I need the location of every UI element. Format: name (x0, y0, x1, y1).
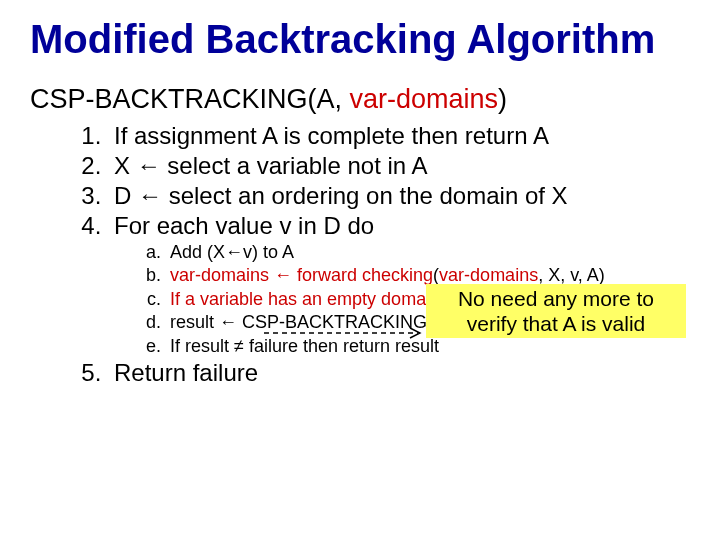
step2-pre: X (114, 152, 137, 179)
sub-b-red1: var-domains ← forward checking (170, 265, 433, 285)
callout-line2: verify that A is valid (467, 312, 646, 335)
callout-note: No need any more to verify that A is val… (426, 284, 686, 338)
fn-name: CSP-BACKTRACKING(A, (30, 84, 350, 114)
left-arrow-icon: ← (219, 311, 237, 334)
step-2: X ← select a variable not in A (108, 151, 690, 181)
sub-b-tail: , X, v, A) (538, 265, 605, 285)
sub-d-pre: result (170, 312, 219, 332)
fn-close: ) (498, 84, 507, 114)
step2-post: select a variable not in A (161, 152, 428, 179)
callout-line1: No need any more to (458, 287, 654, 310)
function-signature: CSP-BACKTRACKING(A, var-domains) (30, 84, 690, 115)
fn-arg-red: var-domains (350, 84, 499, 114)
left-arrow-icon: ← (138, 181, 162, 211)
step4-text: For each value v in D do (114, 212, 374, 239)
left-arrow-icon: ← (137, 151, 161, 181)
step-5: Return failure (108, 358, 690, 388)
sub-a-post: v) to A (243, 242, 294, 262)
left-arrow-icon: ← (225, 241, 243, 264)
substep-a: Add (X←v) to A (166, 241, 690, 264)
step-3: D ← select an ordering on the domain of … (108, 181, 690, 211)
step3-pre: D (114, 182, 138, 209)
dashed-arrow-icon (262, 326, 430, 340)
step3-post: select an ordering on the domain of X (162, 182, 568, 209)
step-1: If assignment A is complete then return … (108, 121, 690, 151)
slide-title: Modified Backtracking Algorithm (30, 18, 690, 60)
sub-a-pre: Add (X (170, 242, 225, 262)
steps-list: If assignment A is complete then return … (108, 121, 690, 388)
sub-b-red2: var-domains (439, 265, 538, 285)
